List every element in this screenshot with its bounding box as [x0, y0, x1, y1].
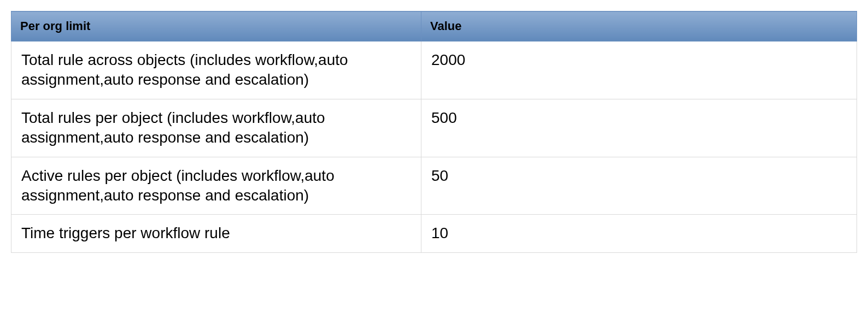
cell-value: 50: [421, 157, 857, 215]
cell-value: 10: [421, 215, 857, 252]
cell-limit: Total rule across objects (includes work…: [11, 42, 421, 99]
table-row: Active rules per object (includes workfl…: [11, 157, 857, 215]
table-row: Total rule across objects (includes work…: [11, 42, 857, 99]
table-header-row: Per org limit Value: [11, 11, 857, 42]
header-value: Value: [421, 11, 857, 42]
table-row: Total rules per object (includes workflo…: [11, 99, 857, 157]
cell-limit: Time triggers per workflow rule: [11, 215, 421, 252]
header-limit: Per org limit: [11, 11, 421, 42]
cell-value: 2000: [421, 42, 857, 99]
cell-limit: Active rules per object (includes workfl…: [11, 157, 421, 215]
limits-table: Per org limit Value Total rule across ob…: [11, 11, 857, 253]
cell-value: 500: [421, 99, 857, 157]
table-row: Time triggers per workflow rule 10: [11, 215, 857, 252]
cell-limit: Total rules per object (includes workflo…: [11, 99, 421, 157]
